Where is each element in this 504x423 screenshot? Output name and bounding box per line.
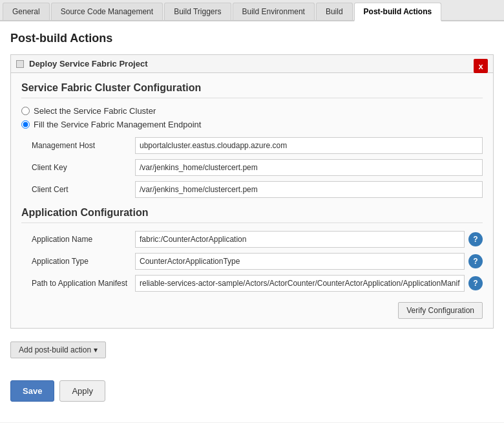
tab-build-triggers[interactable]: Build Triggers (164, 3, 231, 20)
app-type-label: Application Type (32, 257, 135, 266)
radio-fill-endpoint-label[interactable]: Fill the Service Fabric Management Endpo… (34, 120, 201, 129)
tab-post-build-actions[interactable]: Post-build Actions (354, 3, 442, 21)
app-manifest-input-group: ? (135, 275, 483, 292)
app-name-input-group: ? (135, 231, 483, 248)
save-button[interactable]: Save (10, 380, 54, 402)
deploy-card: Deploy Service Fabric Project x Service … (10, 54, 494, 329)
client-key-row: Client Key (32, 159, 483, 176)
radio-option-select: Select the Service Fabric Cluster (21, 106, 483, 116)
main-content: Post-build Actions Deploy Service Fabric… (0, 21, 504, 422)
add-post-build-action-button[interactable]: Add post-build action ▾ (10, 342, 106, 358)
cluster-fields: Management Host Client Key Client Cert (32, 137, 483, 198)
app-fields: Application Name ? Application Type ? Pa… (32, 231, 483, 292)
card-body: Service Fabric Cluster Configuration Sel… (11, 73, 493, 328)
radio-select-cluster-label[interactable]: Select the Service Fabric Cluster (34, 106, 156, 116)
management-host-row: Management Host (32, 137, 483, 154)
app-type-input[interactable] (135, 253, 465, 270)
page-title: Post-build Actions (10, 32, 494, 45)
radio-option-fill: Fill the Service Fabric Management Endpo… (21, 120, 483, 129)
card-header: Deploy Service Fabric Project x (11, 55, 493, 73)
client-cert-input[interactable] (135, 181, 483, 198)
app-manifest-help-button[interactable]: ? (468, 276, 483, 290)
add-action-label: Add post-build action (19, 345, 91, 354)
cluster-config-title: Service Fabric Cluster Configuration (21, 82, 483, 98)
app-config-title: Application Configuration (21, 207, 483, 223)
card-header-title: Deploy Service Fabric Project (29, 59, 148, 69)
tab-general[interactable]: General (3, 3, 50, 20)
apply-button[interactable]: Apply (59, 380, 105, 402)
client-cert-label: Client Cert (32, 185, 135, 194)
tab-bar: General Source Code Management Build Tri… (0, 0, 504, 21)
app-type-help-button[interactable]: ? (468, 254, 483, 268)
tab-build-environment[interactable]: Build Environment (233, 3, 315, 20)
client-cert-row: Client Cert (32, 181, 483, 198)
app-manifest-input[interactable] (135, 275, 465, 292)
card-header-icon (16, 60, 24, 68)
radio-group: Select the Service Fabric Cluster Fill t… (21, 106, 483, 129)
client-key-input[interactable] (135, 159, 483, 176)
verify-config-button[interactable]: Verify Configuration (398, 302, 483, 319)
card-close-button[interactable]: x (474, 59, 488, 73)
bottom-bar: Save Apply (10, 371, 494, 402)
app-name-help-button[interactable]: ? (468, 232, 483, 246)
app-type-row: Application Type ? (32, 253, 483, 270)
management-host-label: Management Host (32, 141, 135, 150)
app-name-input[interactable] (135, 231, 465, 248)
app-type-input-group: ? (135, 253, 483, 270)
radio-fill-endpoint[interactable] (21, 120, 30, 129)
app-name-row: Application Name ? (32, 231, 483, 248)
management-host-input[interactable] (135, 137, 483, 154)
app-manifest-row: Path to Application Manifest ? (32, 275, 483, 292)
radio-select-cluster[interactable] (21, 107, 30, 115)
app-manifest-label: Path to Application Manifest (32, 279, 135, 288)
tab-build[interactable]: Build (316, 3, 353, 20)
client-key-label: Client Key (32, 163, 135, 172)
app-name-label: Application Name (32, 235, 135, 244)
tab-source-code-management[interactable]: Source Code Management (51, 3, 163, 20)
add-action-dropdown-icon: ▾ (94, 345, 98, 354)
